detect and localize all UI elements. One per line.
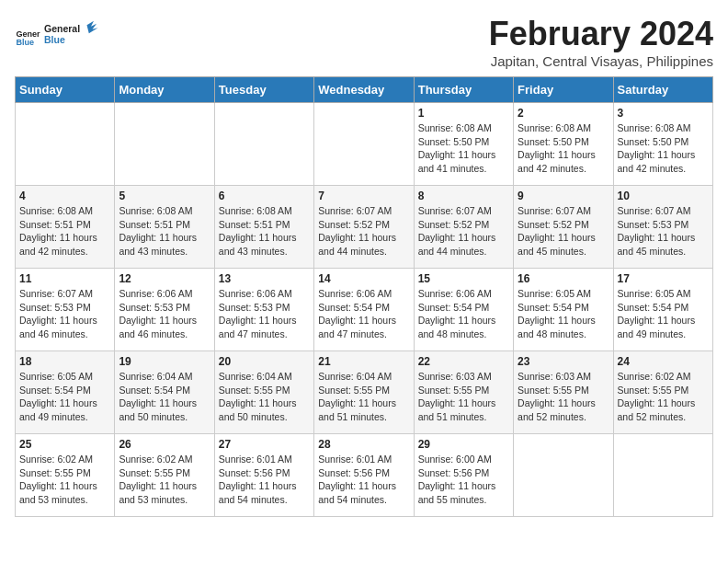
header-row: SundayMondayTuesdayWednesdayThursdayFrid… bbox=[16, 77, 713, 103]
calendar-cell bbox=[115, 103, 214, 186]
svg-text:General: General bbox=[16, 29, 40, 38]
day-number: 28 bbox=[318, 438, 409, 451]
day-number: 23 bbox=[518, 355, 609, 368]
day-info: Sunrise: 6:03 AM Sunset: 5:55 PM Dayligh… bbox=[518, 370, 609, 424]
calendar-cell: 10Sunrise: 6:07 AM Sunset: 5:53 PM Dayli… bbox=[613, 186, 712, 269]
calendar-cell: 6Sunrise: 6:08 AM Sunset: 5:51 PM Daylig… bbox=[214, 186, 313, 269]
day-info: Sunrise: 6:02 AM Sunset: 5:55 PM Dayligh… bbox=[19, 453, 110, 507]
calendar-week-row: 25Sunrise: 6:02 AM Sunset: 5:55 PM Dayli… bbox=[16, 434, 713, 517]
weekday-header: Wednesday bbox=[314, 77, 414, 103]
calendar-cell: 14Sunrise: 6:06 AM Sunset: 5:54 PM Dayli… bbox=[314, 269, 414, 351]
calendar-cell: 21Sunrise: 6:04 AM Sunset: 5:55 PM Dayli… bbox=[314, 351, 414, 434]
calendar-cell: 4Sunrise: 6:08 AM Sunset: 5:51 PM Daylig… bbox=[16, 186, 115, 269]
svg-text:Blue: Blue bbox=[44, 34, 65, 45]
day-info: Sunrise: 6:08 AM Sunset: 5:51 PM Dayligh… bbox=[219, 204, 310, 259]
weekday-header: Monday bbox=[115, 77, 214, 103]
day-number: 21 bbox=[318, 355, 409, 368]
calendar-cell: 20Sunrise: 6:04 AM Sunset: 5:55 PM Dayli… bbox=[214, 351, 313, 434]
day-number: 19 bbox=[119, 355, 210, 368]
calendar-cell: 28Sunrise: 6:01 AM Sunset: 5:56 PM Dayli… bbox=[314, 434, 414, 517]
calendar-cell: 3Sunrise: 6:08 AM Sunset: 5:50 PM Daylig… bbox=[613, 103, 712, 186]
day-number: 3 bbox=[618, 107, 709, 120]
day-info: Sunrise: 6:07 AM Sunset: 5:52 PM Dayligh… bbox=[518, 204, 609, 259]
day-number: 2 bbox=[518, 107, 609, 120]
calendar-cell: 16Sunrise: 6:05 AM Sunset: 5:54 PM Dayli… bbox=[514, 269, 613, 351]
day-number: 9 bbox=[518, 190, 609, 202]
calendar-cell: 27Sunrise: 6:01 AM Sunset: 5:56 PM Dayli… bbox=[214, 434, 313, 517]
day-number: 15 bbox=[418, 272, 509, 285]
calendar-week-row: 1Sunrise: 6:08 AM Sunset: 5:50 PM Daylig… bbox=[16, 103, 713, 186]
header: General Blue General Blue February 2024 … bbox=[15, 15, 713, 69]
calendar-cell: 13Sunrise: 6:06 AM Sunset: 5:53 PM Dayli… bbox=[214, 269, 313, 351]
day-number: 24 bbox=[618, 355, 709, 368]
day-number: 27 bbox=[219, 438, 310, 451]
calendar-cell: 22Sunrise: 6:03 AM Sunset: 5:55 PM Dayli… bbox=[414, 351, 513, 434]
calendar-cell: 1Sunrise: 6:08 AM Sunset: 5:50 PM Daylig… bbox=[414, 103, 513, 186]
logo-bird-icon: General Blue bbox=[44, 15, 99, 56]
day-info: Sunrise: 6:00 AM Sunset: 5:56 PM Dayligh… bbox=[418, 453, 509, 507]
day-info: Sunrise: 6:04 AM Sunset: 5:55 PM Dayligh… bbox=[219, 370, 310, 424]
day-number: 16 bbox=[518, 272, 609, 285]
calendar-cell bbox=[16, 103, 115, 186]
svg-text:Blue: Blue bbox=[16, 38, 34, 47]
weekday-header: Sunday bbox=[16, 77, 115, 103]
calendar-week-row: 18Sunrise: 6:05 AM Sunset: 5:54 PM Dayli… bbox=[16, 351, 713, 434]
day-info: Sunrise: 6:06 AM Sunset: 5:53 PM Dayligh… bbox=[119, 287, 210, 341]
day-number: 25 bbox=[19, 438, 110, 451]
day-info: Sunrise: 6:06 AM Sunset: 5:53 PM Dayligh… bbox=[219, 287, 310, 341]
day-info: Sunrise: 6:08 AM Sunset: 5:50 PM Dayligh… bbox=[418, 121, 509, 176]
calendar-cell: 7Sunrise: 6:07 AM Sunset: 5:52 PM Daylig… bbox=[314, 186, 414, 269]
calendar-cell: 24Sunrise: 6:02 AM Sunset: 5:55 PM Dayli… bbox=[613, 351, 712, 434]
day-number: 8 bbox=[418, 190, 509, 202]
day-number: 11 bbox=[19, 272, 110, 285]
day-info: Sunrise: 6:02 AM Sunset: 5:55 PM Dayligh… bbox=[618, 370, 709, 424]
calendar-cell: 17Sunrise: 6:05 AM Sunset: 5:54 PM Dayli… bbox=[613, 269, 712, 351]
day-number: 14 bbox=[318, 272, 409, 285]
calendar-cell: 19Sunrise: 6:04 AM Sunset: 5:54 PM Dayli… bbox=[115, 351, 214, 434]
day-info: Sunrise: 6:04 AM Sunset: 5:55 PM Dayligh… bbox=[318, 370, 409, 424]
weekday-header: Tuesday bbox=[214, 77, 313, 103]
logo: General Blue General Blue bbox=[15, 15, 99, 60]
day-info: Sunrise: 6:07 AM Sunset: 5:53 PM Dayligh… bbox=[618, 204, 709, 259]
day-number: 17 bbox=[618, 272, 709, 285]
day-number: 29 bbox=[418, 438, 509, 451]
day-info: Sunrise: 6:07 AM Sunset: 5:53 PM Dayligh… bbox=[19, 287, 110, 341]
day-number: 20 bbox=[219, 355, 310, 368]
day-number: 6 bbox=[219, 190, 310, 202]
calendar-cell: 26Sunrise: 6:02 AM Sunset: 5:55 PM Dayli… bbox=[115, 434, 214, 517]
weekday-header: Saturday bbox=[613, 77, 712, 103]
day-info: Sunrise: 6:06 AM Sunset: 5:54 PM Dayligh… bbox=[318, 287, 409, 341]
day-info: Sunrise: 6:08 AM Sunset: 5:51 PM Dayligh… bbox=[19, 204, 110, 259]
day-info: Sunrise: 6:05 AM Sunset: 5:54 PM Dayligh… bbox=[19, 370, 110, 424]
weekday-header: Thursday bbox=[414, 77, 513, 103]
day-number: 1 bbox=[418, 107, 509, 120]
day-number: 22 bbox=[418, 355, 509, 368]
day-number: 10 bbox=[618, 190, 709, 202]
day-info: Sunrise: 6:03 AM Sunset: 5:55 PM Dayligh… bbox=[418, 370, 509, 424]
day-info: Sunrise: 6:01 AM Sunset: 5:56 PM Dayligh… bbox=[318, 453, 409, 507]
logo-icon: General Blue bbox=[15, 25, 40, 51]
day-info: Sunrise: 6:05 AM Sunset: 5:54 PM Dayligh… bbox=[618, 287, 709, 341]
day-number: 12 bbox=[119, 272, 210, 285]
day-number: 7 bbox=[318, 190, 409, 202]
day-info: Sunrise: 6:05 AM Sunset: 5:54 PM Dayligh… bbox=[518, 287, 609, 341]
calendar-cell: 9Sunrise: 6:07 AM Sunset: 5:52 PM Daylig… bbox=[514, 186, 613, 269]
calendar-cell: 2Sunrise: 6:08 AM Sunset: 5:50 PM Daylig… bbox=[514, 103, 613, 186]
weekday-header: Friday bbox=[514, 77, 613, 103]
day-number: 5 bbox=[119, 190, 210, 202]
calendar-cell: 23Sunrise: 6:03 AM Sunset: 5:55 PM Dayli… bbox=[514, 351, 613, 434]
day-number: 4 bbox=[19, 190, 110, 202]
calendar-cell: 18Sunrise: 6:05 AM Sunset: 5:54 PM Dayli… bbox=[16, 351, 115, 434]
day-info: Sunrise: 6:08 AM Sunset: 5:50 PM Dayligh… bbox=[518, 121, 609, 176]
day-info: Sunrise: 6:04 AM Sunset: 5:54 PM Dayligh… bbox=[119, 370, 210, 424]
day-info: Sunrise: 6:08 AM Sunset: 5:51 PM Dayligh… bbox=[119, 204, 210, 259]
day-number: 26 bbox=[119, 438, 210, 451]
calendar-cell: 25Sunrise: 6:02 AM Sunset: 5:55 PM Dayli… bbox=[16, 434, 115, 517]
calendar-cell: 11Sunrise: 6:07 AM Sunset: 5:53 PM Dayli… bbox=[16, 269, 115, 351]
calendar-week-row: 11Sunrise: 6:07 AM Sunset: 5:53 PM Dayli… bbox=[16, 269, 713, 351]
main-title: February 2024 bbox=[489, 15, 713, 53]
calendar-cell bbox=[314, 103, 414, 186]
day-info: Sunrise: 6:07 AM Sunset: 5:52 PM Dayligh… bbox=[418, 204, 509, 259]
day-info: Sunrise: 6:01 AM Sunset: 5:56 PM Dayligh… bbox=[219, 453, 310, 507]
calendar-cell bbox=[214, 103, 313, 186]
